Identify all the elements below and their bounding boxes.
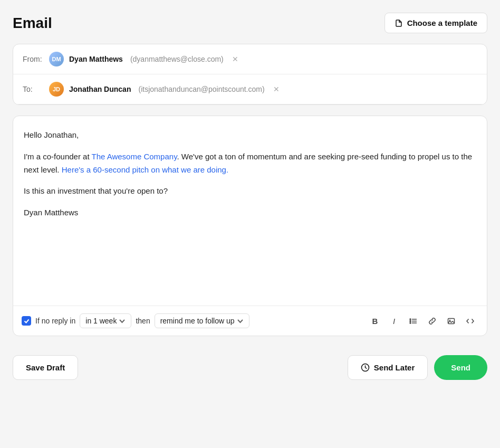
checkmark-icon	[24, 318, 30, 324]
pitch-link[interactable]: Here's a 60-second pitch on what we are …	[62, 165, 228, 174]
from-row: From: DM Dyan Matthews (dyanmatthews@clo…	[13, 44, 487, 74]
to-row: To: JD Jonathan Duncan (itsjonathandunca…	[13, 74, 487, 104]
awesome-company-link[interactable]: The Awesome Company	[92, 152, 177, 161]
link-button[interactable]	[424, 312, 440, 329]
bold-icon: B	[372, 317, 378, 326]
body-paragraph2: Is this an investment that you're open t…	[24, 185, 476, 198]
header: Email Choose a template	[13, 13, 487, 33]
code-icon	[466, 317, 474, 325]
para1-before: I'm a co-founder at	[24, 152, 92, 161]
page-container: Email Choose a template From: DM Dyan Ma…	[13, 13, 487, 380]
link-icon	[428, 317, 436, 325]
remove-sender-button[interactable]: ✕	[232, 55, 238, 63]
save-draft-button[interactable]: Save Draft	[13, 355, 78, 380]
send-later-button[interactable]: Send Later	[348, 355, 428, 380]
template-button-label: Choose a template	[407, 18, 477, 27]
bold-button[interactable]: B	[367, 312, 383, 329]
sender-avatar-initials: DM	[52, 56, 61, 62]
svg-point-4	[410, 320, 411, 321]
code-button[interactable]	[461, 312, 478, 329]
email-body-card: Hello Jonathan, I'm a co-founder at The …	[13, 116, 487, 336]
italic-icon: I	[393, 317, 395, 326]
then-label: then	[136, 317, 150, 325]
remove-recipient-button[interactable]: ✕	[273, 85, 280, 93]
email-body[interactable]: Hello Jonathan, I'm a co-founder at The …	[13, 116, 487, 306]
image-button[interactable]	[443, 312, 459, 329]
to-label: To:	[23, 85, 44, 93]
toolbar-row: If no reply in in 1 week then remind me …	[13, 306, 487, 336]
list-icon	[409, 317, 417, 325]
choose-template-button[interactable]: Choose a template	[384, 13, 487, 33]
recipient-name: Jonathan Duncan	[69, 85, 131, 93]
body-paragraph1: I'm a co-founder at The Awesome Company.…	[24, 150, 476, 177]
svg-point-3	[410, 319, 411, 320]
if-no-reply-label: If no reply in	[35, 317, 75, 325]
page-title: Email	[13, 15, 52, 32]
right-buttons: Send Later Send	[348, 355, 487, 380]
delay-dropdown[interactable]: in 1 week	[80, 313, 131, 328]
chevron-down-icon	[119, 318, 126, 325]
action-option-label: remind me to follow up	[160, 317, 235, 325]
italic-button[interactable]: I	[386, 312, 402, 329]
recipient-avatar-initials: JD	[53, 86, 60, 92]
from-label: From:	[23, 55, 44, 63]
svg-point-5	[410, 322, 411, 323]
image-icon	[447, 317, 455, 325]
list-button[interactable]	[405, 312, 421, 329]
greeting-text: Hello Jonathan,	[24, 129, 476, 142]
svg-rect-6	[448, 318, 454, 323]
sender-email: (dyanmatthews@close.com)	[130, 55, 224, 63]
recipient-email: (itsjonathanduncan@pointscount.com)	[138, 85, 264, 93]
recipients-card: From: DM Dyan Matthews (dyanmatthews@clo…	[13, 44, 487, 105]
recipient-avatar: JD	[49, 82, 64, 97]
delay-option-label: in 1 week	[85, 317, 117, 325]
signature: Dyan Matthews	[24, 206, 476, 220]
no-reply-checkbox[interactable]	[22, 316, 31, 326]
clock-icon	[361, 363, 370, 372]
send-button[interactable]: Send	[434, 355, 487, 380]
format-buttons: B I	[367, 312, 478, 329]
sender-avatar: DM	[49, 52, 64, 66]
bottom-bar: Save Draft Send Later Send	[13, 347, 487, 380]
document-icon	[395, 19, 403, 27]
chevron-down-icon-2	[237, 318, 244, 325]
sender-name: Dyan Matthews	[69, 55, 123, 63]
send-later-label: Send Later	[374, 363, 415, 372]
action-dropdown[interactable]: remind me to follow up	[155, 313, 249, 328]
